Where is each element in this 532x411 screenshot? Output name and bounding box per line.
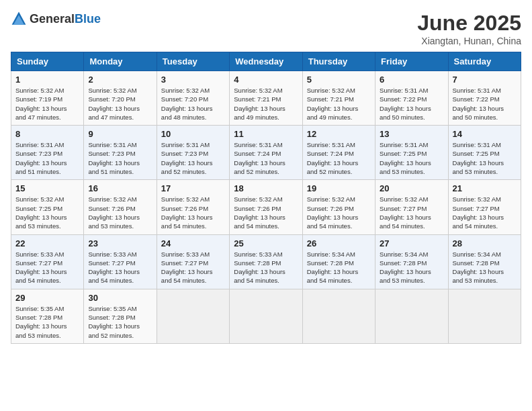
day-info: Sunrise: 5:32 AMSunset: 7:19 PMDaylight:… bbox=[15, 86, 79, 122]
day-info: Sunrise: 5:33 AMSunset: 7:27 PMDaylight:… bbox=[161, 250, 225, 285]
calendar-cell: 13Sunrise: 5:31 AMSunset: 7:25 PMDayligh… bbox=[375, 126, 448, 180]
calendar-cell: 5Sunrise: 5:32 AMSunset: 7:21 PMDaylight… bbox=[302, 71, 375, 126]
calendar-cell: 3Sunrise: 5:32 AMSunset: 7:20 PMDaylight… bbox=[157, 71, 229, 126]
day-number: 3 bbox=[161, 75, 225, 85]
day-number: 12 bbox=[307, 129, 371, 139]
calendar-header-wednesday: Wednesday bbox=[230, 52, 302, 71]
calendar-cell: 11Sunrise: 5:31 AMSunset: 7:24 PMDayligh… bbox=[230, 126, 302, 180]
page-title: June 2025 bbox=[417, 11, 521, 36]
day-info: Sunrise: 5:35 AMSunset: 7:28 PMDaylight:… bbox=[15, 304, 79, 340]
calendar-header-friday: Friday bbox=[375, 52, 448, 71]
day-info: Sunrise: 5:32 AMSunset: 7:26 PMDaylight:… bbox=[88, 195, 152, 230]
calendar-cell: 18Sunrise: 5:32 AMSunset: 7:26 PMDayligh… bbox=[230, 180, 302, 234]
day-number: 10 bbox=[161, 129, 225, 139]
day-info: Sunrise: 5:34 AMSunset: 7:28 PMDaylight:… bbox=[380, 250, 443, 285]
day-info: Sunrise: 5:31 AMSunset: 7:22 PMDaylight:… bbox=[453, 86, 517, 122]
day-number: 22 bbox=[15, 238, 79, 248]
calendar-week-row: 1Sunrise: 5:32 AMSunset: 7:19 PMDaylight… bbox=[11, 71, 521, 126]
calendar-week-row: 8Sunrise: 5:31 AMSunset: 7:23 PMDaylight… bbox=[11, 126, 521, 180]
day-number: 19 bbox=[307, 183, 371, 193]
day-info: Sunrise: 5:31 AMSunset: 7:24 PMDaylight:… bbox=[307, 140, 371, 176]
calendar-cell bbox=[230, 289, 302, 343]
calendar-cell: 27Sunrise: 5:34 AMSunset: 7:28 PMDayligh… bbox=[375, 234, 448, 289]
logo: GeneralBlue bbox=[11, 11, 101, 27]
day-number: 9 bbox=[88, 129, 152, 139]
calendar-week-row: 29Sunrise: 5:35 AMSunset: 7:28 PMDayligh… bbox=[11, 289, 521, 343]
day-info: Sunrise: 5:33 AMSunset: 7:27 PMDaylight:… bbox=[15, 250, 79, 285]
day-info: Sunrise: 5:31 AMSunset: 7:23 PMDaylight:… bbox=[88, 140, 152, 176]
calendar-cell: 21Sunrise: 5:32 AMSunset: 7:27 PMDayligh… bbox=[448, 180, 521, 234]
calendar-week-row: 15Sunrise: 5:32 AMSunset: 7:25 PMDayligh… bbox=[11, 180, 521, 234]
calendar-cell: 6Sunrise: 5:31 AMSunset: 7:22 PMDaylight… bbox=[375, 71, 448, 126]
day-info: Sunrise: 5:31 AMSunset: 7:23 PMDaylight:… bbox=[161, 140, 225, 176]
day-number: 20 bbox=[380, 183, 443, 193]
calendar-cell: 28Sunrise: 5:34 AMSunset: 7:28 PMDayligh… bbox=[448, 234, 521, 289]
calendar-header-thursday: Thursday bbox=[302, 52, 375, 71]
calendar-cell bbox=[302, 289, 375, 343]
calendar-cell: 25Sunrise: 5:33 AMSunset: 7:28 PMDayligh… bbox=[230, 234, 302, 289]
day-number: 7 bbox=[453, 75, 517, 85]
day-info: Sunrise: 5:32 AMSunset: 7:20 PMDaylight:… bbox=[161, 86, 225, 122]
day-info: Sunrise: 5:32 AMSunset: 7:20 PMDaylight:… bbox=[88, 86, 152, 122]
calendar-cell: 9Sunrise: 5:31 AMSunset: 7:23 PMDaylight… bbox=[84, 126, 157, 180]
calendar-header-sunday: Sunday bbox=[11, 52, 84, 71]
calendar-header-row: SundayMondayTuesdayWednesdayThursdayFrid… bbox=[11, 52, 521, 71]
calendar-cell: 30Sunrise: 5:35 AMSunset: 7:28 PMDayligh… bbox=[84, 289, 157, 343]
calendar-cell: 15Sunrise: 5:32 AMSunset: 7:25 PMDayligh… bbox=[11, 180, 84, 234]
calendar-cell: 17Sunrise: 5:32 AMSunset: 7:26 PMDayligh… bbox=[157, 180, 229, 234]
calendar-table: SundayMondayTuesdayWednesdayThursdayFrid… bbox=[11, 52, 521, 344]
day-info: Sunrise: 5:33 AMSunset: 7:27 PMDaylight:… bbox=[88, 250, 152, 285]
calendar-cell: 29Sunrise: 5:35 AMSunset: 7:28 PMDayligh… bbox=[11, 289, 84, 343]
day-info: Sunrise: 5:32 AMSunset: 7:27 PMDaylight:… bbox=[380, 195, 443, 230]
day-info: Sunrise: 5:31 AMSunset: 7:24 PMDaylight:… bbox=[234, 140, 298, 176]
day-number: 18 bbox=[234, 183, 298, 193]
calendar-header-monday: Monday bbox=[84, 52, 157, 71]
day-info: Sunrise: 5:32 AMSunset: 7:27 PMDaylight:… bbox=[453, 195, 517, 230]
day-number: 6 bbox=[380, 75, 443, 85]
day-info: Sunrise: 5:34 AMSunset: 7:28 PMDaylight:… bbox=[307, 250, 371, 285]
day-number: 25 bbox=[234, 238, 298, 248]
calendar-cell: 24Sunrise: 5:33 AMSunset: 7:27 PMDayligh… bbox=[157, 234, 229, 289]
calendar-cell: 26Sunrise: 5:34 AMSunset: 7:28 PMDayligh… bbox=[302, 234, 375, 289]
day-info: Sunrise: 5:32 AMSunset: 7:26 PMDaylight:… bbox=[234, 195, 298, 230]
day-number: 13 bbox=[380, 129, 443, 139]
day-number: 11 bbox=[234, 129, 298, 139]
day-info: Sunrise: 5:35 AMSunset: 7:28 PMDaylight:… bbox=[88, 304, 152, 340]
title-area: June 2025 Xiangtan, Hunan, China bbox=[417, 11, 521, 46]
day-number: 15 bbox=[15, 183, 79, 193]
day-info: Sunrise: 5:33 AMSunset: 7:28 PMDaylight:… bbox=[234, 250, 298, 285]
day-number: 5 bbox=[307, 75, 371, 85]
day-number: 2 bbox=[88, 75, 152, 85]
calendar-header-saturday: Saturday bbox=[448, 52, 521, 71]
day-info: Sunrise: 5:31 AMSunset: 7:25 PMDaylight:… bbox=[380, 140, 443, 176]
calendar-cell: 12Sunrise: 5:31 AMSunset: 7:24 PMDayligh… bbox=[302, 126, 375, 180]
day-info: Sunrise: 5:32 AMSunset: 7:25 PMDaylight:… bbox=[15, 195, 79, 230]
logo-icon bbox=[11, 11, 27, 27]
calendar-cell: 23Sunrise: 5:33 AMSunset: 7:27 PMDayligh… bbox=[84, 234, 157, 289]
calendar-cell: 14Sunrise: 5:31 AMSunset: 7:25 PMDayligh… bbox=[448, 126, 521, 180]
day-number: 14 bbox=[453, 129, 517, 139]
calendar-header-tuesday: Tuesday bbox=[157, 52, 229, 71]
calendar-cell: 1Sunrise: 5:32 AMSunset: 7:19 PMDaylight… bbox=[11, 71, 84, 126]
logo-general: GeneralBlue bbox=[30, 12, 101, 26]
day-number: 27 bbox=[380, 238, 443, 248]
day-number: 26 bbox=[307, 238, 371, 248]
day-number: 1 bbox=[15, 75, 79, 85]
day-info: Sunrise: 5:32 AMSunset: 7:21 PMDaylight:… bbox=[307, 86, 371, 122]
calendar-cell: 2Sunrise: 5:32 AMSunset: 7:20 PMDaylight… bbox=[84, 71, 157, 126]
day-number: 17 bbox=[161, 183, 225, 193]
calendar-cell bbox=[448, 289, 521, 343]
calendar-cell: 19Sunrise: 5:32 AMSunset: 7:26 PMDayligh… bbox=[302, 180, 375, 234]
day-number: 8 bbox=[15, 129, 79, 139]
day-info: Sunrise: 5:31 AMSunset: 7:22 PMDaylight:… bbox=[380, 86, 443, 122]
calendar-week-row: 22Sunrise: 5:33 AMSunset: 7:27 PMDayligh… bbox=[11, 234, 521, 289]
calendar-cell: 16Sunrise: 5:32 AMSunset: 7:26 PMDayligh… bbox=[84, 180, 157, 234]
day-number: 30 bbox=[88, 293, 152, 303]
day-info: Sunrise: 5:34 AMSunset: 7:28 PMDaylight:… bbox=[453, 250, 517, 285]
day-number: 29 bbox=[15, 293, 79, 303]
calendar-cell: 10Sunrise: 5:31 AMSunset: 7:23 PMDayligh… bbox=[157, 126, 229, 180]
day-info: Sunrise: 5:31 AMSunset: 7:25 PMDaylight:… bbox=[453, 140, 517, 176]
calendar-cell: 7Sunrise: 5:31 AMSunset: 7:22 PMDaylight… bbox=[448, 71, 521, 126]
day-info: Sunrise: 5:31 AMSunset: 7:23 PMDaylight:… bbox=[15, 140, 79, 176]
day-number: 23 bbox=[88, 238, 152, 248]
